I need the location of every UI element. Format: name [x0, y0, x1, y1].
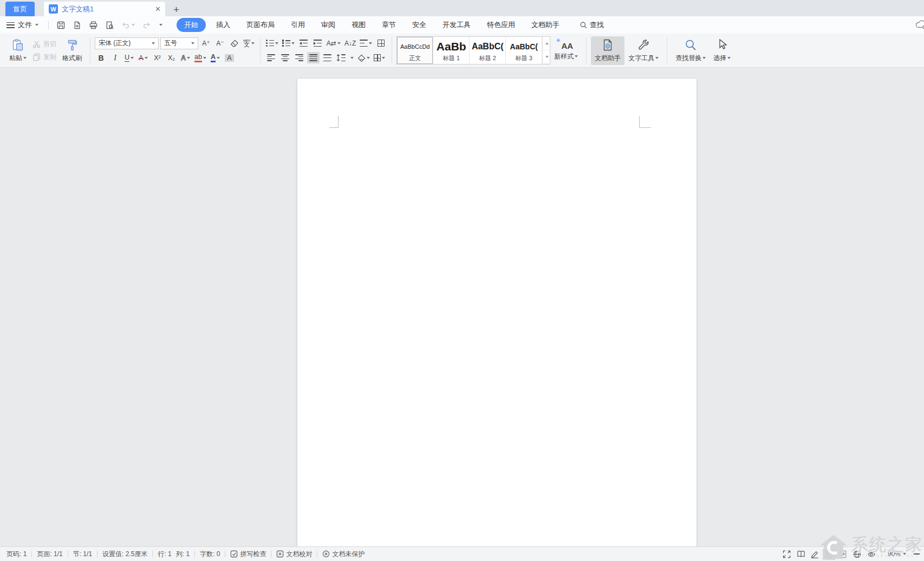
search-icon	[580, 21, 588, 29]
window-tab-bar: 首页 W 文字文稿1 × +	[0, 0, 924, 16]
distribute-icon	[323, 54, 331, 61]
new-style-button[interactable]: ✳AA 新样式	[550, 38, 582, 63]
menu-item-page-layout[interactable]: 页面布局	[240, 18, 281, 32]
customize-quick-access-icon[interactable]	[158, 24, 162, 26]
status-word-count[interactable]: 字数: 0	[198, 550, 222, 559]
font-size-select[interactable]: 五号	[160, 37, 198, 49]
web-view-icon[interactable]	[851, 549, 864, 560]
style-heading2[interactable]: AaBbC( 标题 2	[470, 37, 506, 64]
paste-button[interactable]: 粘贴	[5, 36, 30, 65]
style-heading3[interactable]: AaBbC( 标题 3	[506, 37, 542, 64]
menu-item-home[interactable]: 开始	[177, 18, 206, 32]
doc-proofread-button[interactable]: 文档校对	[274, 550, 314, 559]
underline-button[interactable]: U	[123, 53, 135, 64]
menu-item-special-features[interactable]: 特色应用	[481, 18, 521, 32]
margin-mark-top-left	[329, 116, 339, 128]
increase-font-button[interactable]: A⁺	[200, 37, 212, 49]
menu-item-references[interactable]: 引用	[285, 18, 311, 32]
tab-home[interactable]: 首页	[5, 2, 35, 16]
font-name-select[interactable]: 宋体 (正文)	[95, 37, 159, 49]
spell-check-label: 拼写检查	[240, 550, 266, 559]
zoom-level-button[interactable]: 90%	[888, 550, 906, 558]
phonetic-char: 文	[244, 42, 250, 48]
sort-button[interactable]: A↓Z	[343, 37, 357, 49]
char-shading-button[interactable]: A	[223, 53, 236, 64]
cut-button[interactable]: 剪切	[32, 40, 56, 49]
style-heading1[interactable]: AaBb 标题 1	[433, 37, 470, 64]
hamburger-icon[interactable]	[6, 22, 15, 28]
tab-document-title: 文字文稿1	[62, 4, 94, 14]
menu-item-review[interactable]: 审阅	[315, 18, 341, 32]
paragraph-layout-button[interactable]	[375, 37, 387, 49]
menu-item-view[interactable]: 视图	[346, 18, 372, 32]
borders-button[interactable]	[373, 52, 386, 63]
edit-mode-icon[interactable]	[809, 549, 822, 560]
copy-button[interactable]: 复制	[32, 53, 56, 62]
doc-assistant-button[interactable]: 文档助手	[591, 36, 624, 65]
spell-check-button[interactable]: 拼写检查	[228, 550, 268, 559]
outline-view-icon[interactable]	[837, 549, 850, 560]
italic-button[interactable]: I	[109, 53, 121, 64]
read-layout-icon[interactable]	[795, 549, 808, 560]
style-gallery-more[interactable]	[543, 50, 550, 64]
text-effects-button[interactable]: A	[179, 53, 192, 64]
select-button[interactable]: 选择	[710, 36, 734, 65]
distribute-button[interactable]	[321, 52, 334, 63]
strikethrough-button[interactable]: A	[137, 53, 149, 64]
new-tab-button[interactable]: +	[173, 4, 179, 15]
cursor-icon	[716, 38, 728, 51]
undo-icon[interactable]	[121, 21, 135, 30]
subscript-button[interactable]: X₂	[165, 53, 178, 64]
print-preview-icon[interactable]	[105, 21, 114, 30]
file-menu-button[interactable]: 文件	[18, 20, 38, 30]
close-tab-icon[interactable]: ×	[155, 5, 160, 14]
menu-item-security[interactable]: 安全	[406, 18, 432, 32]
doc-protection-button[interactable]: 文档未保护	[320, 550, 367, 559]
menu-item-doc-assistant[interactable]: 文档助手	[525, 18, 565, 32]
zoom-out-icon[interactable]	[914, 553, 920, 554]
font-size-value: 五号	[164, 38, 177, 48]
text-tool-button[interactable]: 文字工具	[624, 36, 662, 65]
paragraph-marks-button[interactable]	[359, 37, 373, 49]
cloud-sync-icon[interactable]	[915, 19, 924, 30]
decrease-indent-button[interactable]	[297, 37, 310, 49]
increase-indent-button[interactable]	[311, 37, 324, 49]
redo-icon[interactable]	[142, 21, 151, 30]
save-icon[interactable]	[56, 21, 66, 30]
style-normal[interactable]: AaBbCcDd 正文	[397, 37, 433, 64]
highlight-color-button[interactable]: ab	[193, 53, 207, 64]
document-page[interactable]	[297, 79, 697, 546]
print-icon[interactable]	[89, 21, 98, 30]
export-icon[interactable]	[73, 21, 82, 30]
clear-format-icon[interactable]	[228, 37, 240, 49]
align-center-button[interactable]	[279, 52, 291, 63]
find-replace-button[interactable]: 查找替换	[672, 36, 710, 65]
align-right-button[interactable]	[293, 52, 305, 63]
eye-protection-icon[interactable]	[865, 549, 878, 560]
shading-button[interactable]	[356, 52, 371, 63]
bullet-list-button[interactable]	[265, 37, 279, 49]
char-scale-button[interactable]: A⇄	[326, 37, 342, 49]
menu-item-insert[interactable]: 插入	[210, 18, 236, 32]
style-preview: AaBbC(	[472, 38, 504, 54]
font-color-button[interactable]: A	[209, 53, 222, 64]
format-painter-button[interactable]: 格式刷	[58, 36, 86, 65]
align-left-button[interactable]	[265, 52, 277, 63]
bold-button[interactable]: B	[95, 53, 107, 64]
page-view-icon[interactable]	[823, 549, 836, 560]
fullscreen-icon[interactable]	[780, 549, 793, 560]
line-spacing-button[interactable]	[335, 52, 355, 63]
numbered-list-button[interactable]	[281, 37, 296, 49]
superscript-button[interactable]: X²	[151, 53, 164, 64]
menu-item-dev-tools[interactable]: 开发工具	[437, 18, 477, 32]
decrease-font-button[interactable]: A⁻	[214, 37, 226, 49]
menu-item-section[interactable]: 章节	[376, 18, 402, 32]
phonetic-guide-button[interactable]: wén文	[242, 37, 256, 49]
document-canvas[interactable]	[0, 68, 924, 546]
justify-button[interactable]	[307, 52, 320, 63]
decrease-indent-icon	[300, 40, 308, 47]
find-button[interactable]: 查找	[580, 20, 604, 30]
status-line: 行: 1	[155, 550, 173, 559]
style-gallery-scroll-up[interactable]	[543, 37, 550, 50]
tab-document[interactable]: W 文字文稿1 ×	[44, 2, 165, 16]
